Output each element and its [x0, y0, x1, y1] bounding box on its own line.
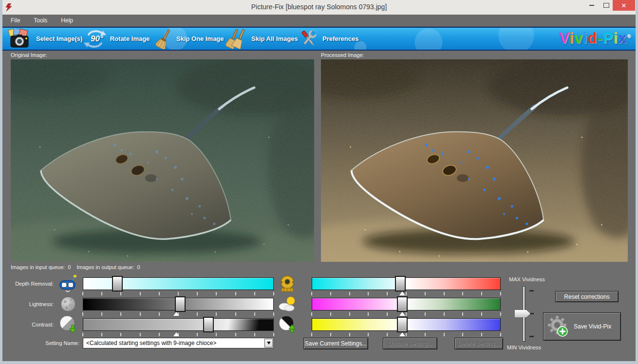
- processed-image-label: Processed Image:: [321, 52, 364, 58]
- contrast-handle[interactable]: [203, 317, 214, 332]
- contrast-label: Contrast:: [5, 322, 54, 328]
- toolbar-item-label: Skip One Image: [176, 35, 224, 42]
- vividness-tick: [529, 336, 534, 337]
- setting-name-value: <Calculated starting settings with 9-ima…: [86, 340, 216, 346]
- lightness-label: Lightness:: [5, 301, 54, 307]
- output-queue-label: Images in output queue:: [76, 264, 134, 270]
- moon-icon: [59, 295, 77, 313]
- maximize-icon: [603, 3, 609, 8]
- depth-removal-fine-ticks: [312, 291, 501, 296]
- depth-removal-label: Depth Removal:: [5, 281, 54, 287]
- save-vividpix-button[interactable]: Save Vivid-Pix: [543, 312, 621, 341]
- original-image: [11, 59, 314, 262]
- processed-image: [321, 59, 628, 262]
- output-queue-value: 0: [137, 264, 140, 270]
- depth-removal-ticks: [83, 291, 274, 296]
- close-button[interactable]: ✕: [613, 0, 635, 11]
- menu-tools[interactable]: Tools: [27, 15, 54, 26]
- contrast-fine-slider[interactable]: [312, 318, 501, 331]
- lightness-fine-handle[interactable]: [397, 296, 408, 312]
- maximize-button[interactable]: [599, 0, 614, 11]
- skip-all-images-button[interactable]: Skip All Images: [226, 28, 298, 50]
- logo-letter: i: [583, 30, 588, 47]
- gear-plus-icon: [547, 315, 570, 338]
- queue-status: Images in input queue: 0 Images in outpu…: [11, 264, 140, 270]
- select-images-icon: [7, 29, 32, 49]
- vividness-handle[interactable]: [515, 310, 530, 317]
- close-icon: ✕: [621, 2, 627, 9]
- toolbar: Select Image(s) 90° Rotate Image Ski: [0, 27, 638, 51]
- delete-setting-button: Delete Setting...: [454, 338, 503, 349]
- diving-helmet-icon: [278, 274, 297, 293]
- contrast-fine-handle[interactable]: [397, 317, 408, 332]
- contrast-increase-icon: [278, 315, 297, 334]
- preferences-tools-icon: [298, 29, 319, 49]
- center-marker-triangle: [173, 312, 179, 316]
- toolbar-item-label: Select Image(s): [36, 35, 82, 42]
- picture-fix-window: Picture-Fix [bluespot ray Solomons 0793.…: [0, 0, 638, 364]
- lightness-ticks: [83, 312, 274, 316]
- center-marker-triangle: [399, 332, 405, 336]
- input-queue-value: 0: [68, 264, 71, 270]
- logo-letter: -: [598, 30, 603, 47]
- logo-letter: V: [559, 30, 569, 47]
- logo-letter: v: [574, 30, 583, 47]
- logo-letter: d: [588, 30, 598, 47]
- menu-help[interactable]: Help: [54, 15, 80, 26]
- toolbar-item-label: Skip All Images: [251, 35, 298, 42]
- logo-letter: i: [614, 30, 619, 47]
- preferences-button[interactable]: Preferences: [298, 28, 358, 50]
- lightness-slider[interactable]: [83, 298, 274, 310]
- max-vividness-label: MAX Vividness: [509, 276, 545, 282]
- logo-letter: x: [618, 30, 627, 47]
- title-bar: Picture-Fix [bluespot ray Solomons 0793.…: [0, 0, 638, 15]
- contrast-slider[interactable]: [83, 318, 274, 331]
- logo-letter: P: [603, 30, 614, 47]
- lightness-handle[interactable]: [175, 296, 186, 312]
- logo-letter: i: [569, 30, 574, 47]
- window-title: Picture-Fix [bluespot ray Solomons 0793.…: [0, 3, 638, 11]
- original-image-label: Original Image:: [11, 52, 47, 58]
- skip-one-image-button[interactable]: Skip One Image: [156, 28, 224, 50]
- registered-mark: ®: [627, 34, 631, 39]
- skip-one-broom-icon: [156, 29, 172, 49]
- toolbar-item-label: Rotate Image: [110, 35, 150, 42]
- menu-file[interactable]: File: [0, 15, 27, 26]
- center-marker-triangle: [399, 312, 405, 316]
- lightness-fine-slider[interactable]: [312, 298, 501, 310]
- depth-removal-fine-slider[interactable]: [312, 277, 501, 290]
- rotate-badge: 90°: [91, 34, 103, 44]
- update-setting-button: Update Setting...: [383, 338, 437, 349]
- scuba-mask-icon: [59, 274, 77, 293]
- select-images-button[interactable]: Select Image(s): [7, 28, 82, 50]
- center-marker-triangle: [399, 291, 405, 295]
- vividpix-logo: Vivid-Pix®: [559, 30, 631, 47]
- save-current-settings-button[interactable]: Save Current Settings...: [303, 338, 368, 349]
- minimize-icon: [589, 5, 594, 6]
- input-queue-label: Images in input queue:: [11, 264, 65, 270]
- min-vividness-label: MIN Vividness: [507, 345, 541, 350]
- dropdown-arrow-icon[interactable]: [264, 339, 273, 347]
- skip-all-brooms-icon: [226, 29, 247, 49]
- depth-removal-fine-handle[interactable]: [395, 276, 406, 291]
- center-marker-triangle: [173, 332, 179, 336]
- menu-bar: File Tools Help: [0, 15, 638, 27]
- depth-removal-slider[interactable]: [83, 277, 274, 290]
- setting-name-label: Setting Name:: [7, 340, 79, 346]
- minimize-button[interactable]: [584, 0, 599, 11]
- sun-cloud-icon: [278, 295, 297, 313]
- reset-corrections-button[interactable]: Reset corrections: [555, 291, 619, 302]
- toolbar-item-label: Preferences: [322, 35, 358, 42]
- vividpix-logo-letters: Vivid-Pix: [559, 30, 627, 47]
- vividness-tick: [529, 290, 534, 291]
- contrast-fine-ticks: [312, 332, 501, 337]
- rotate-image-button[interactable]: 90° Rotate Image: [84, 28, 150, 50]
- depth-removal-handle[interactable]: [112, 276, 123, 291]
- contrast-ticks: [83, 332, 274, 337]
- save-vividpix-label: Save Vivid-Pix: [574, 323, 611, 330]
- setting-name-dropdown[interactable]: <Calculated starting settings with 9-ima…: [83, 338, 274, 348]
- contrast-decrease-icon: [59, 315, 77, 334]
- lightness-fine-ticks: [312, 312, 501, 316]
